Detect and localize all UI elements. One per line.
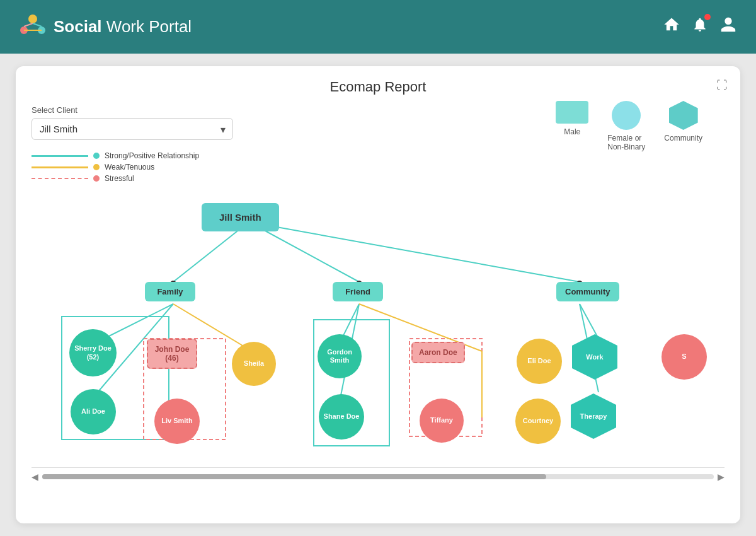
header: Social Work Portal (0, 0, 756, 54)
eli-circle: Eli Doe (517, 339, 562, 384)
ali-circle: Ali Doe (71, 389, 116, 434)
liv-circle: Liv Smith (154, 399, 200, 444)
sherry-node: Sherry Doe(52) (69, 329, 117, 376)
courtney-node: Courtney (515, 399, 561, 444)
sherry-circle: Sherry Doe(52) (69, 329, 117, 376)
notification-badge (704, 14, 711, 20)
stress-label: Stressful (105, 174, 134, 183)
logo-area: Social Work Portal (19, 13, 192, 41)
logo-rest: Work Portal (102, 17, 192, 36)
client-select-wrapper[interactable]: Jill Smith John Doe Jane Smith ▾ (32, 118, 233, 140)
shane-circle: Shane Doe (319, 394, 364, 440)
strong-dot (93, 153, 100, 159)
main-content: Ecomap Report ⛶ Select Client Jill Smith… (0, 54, 756, 536)
sheila-node: Sheila (232, 342, 276, 386)
ecomap-inner: Jill Smith Family Friend (32, 190, 724, 455)
sheila-circle: Sheila (232, 342, 276, 386)
stress-dot (93, 175, 100, 182)
legend-weak: Weak/Tenuous (32, 163, 724, 172)
aaron-node: Aaron Doe (411, 342, 465, 363)
client-select[interactable]: Jill Smith John Doe Jane Smith (32, 118, 233, 140)
center-node: Jill Smith (202, 203, 279, 231)
user-icon[interactable] (719, 16, 737, 38)
community-label: Community (664, 134, 702, 143)
svg-line-3 (24, 23, 33, 26)
therapy-node: Therapy (571, 393, 616, 439)
female-label: Female orNon-Binary (607, 134, 645, 151)
tiffany-node: Tiffany (420, 399, 464, 443)
work-node: Work (572, 334, 617, 380)
card-title: Ecomap Report (32, 79, 724, 95)
gordon-node: GordonSmith (318, 334, 362, 378)
family-rect: Family (145, 282, 195, 301)
aaron-rect: Aaron Doe (411, 342, 465, 363)
ecomap-container[interactable]: Jill Smith Family Friend (32, 190, 724, 468)
strong-label: Strong/Positive Relationship (105, 151, 199, 160)
scroll-right-icon[interactable]: ▶ (718, 472, 724, 482)
logo-icon (19, 13, 47, 41)
friend-node: Friend (333, 282, 383, 301)
logo-text: Social Work Portal (54, 17, 192, 37)
weak-label: Weak/Tenuous (105, 163, 154, 172)
scrollbar-area: ◀ ▶ (32, 472, 724, 482)
home-icon[interactable] (663, 16, 680, 38)
community-rect: Community (556, 282, 619, 301)
svg-line-8 (249, 222, 580, 282)
legend-male: Male (556, 101, 588, 136)
svg-point-0 (28, 15, 37, 23)
legend-community: Community (664, 101, 702, 143)
work-hex: Work (572, 334, 617, 380)
tiffany-circle: Tiffany (420, 399, 464, 443)
male-shape (556, 101, 588, 124)
community-shape (669, 101, 698, 130)
liv-node: Liv Smith (154, 399, 200, 444)
community-node: Community (556, 282, 619, 301)
strong-line (32, 155, 88, 157)
legend-strong: Strong/Positive Relationship (32, 151, 724, 160)
stress-line (32, 178, 88, 179)
gordon-circle: GordonSmith (318, 334, 362, 378)
legend-stress: Stressful (32, 174, 724, 183)
header-icons (663, 16, 737, 38)
extra-circle: S (662, 334, 707, 380)
family-node: Family (145, 282, 195, 301)
scroll-left-icon[interactable]: ◀ (32, 472, 38, 482)
weak-line (32, 166, 88, 168)
eli-node: Eli Doe (517, 339, 562, 384)
expand-icon[interactable]: ⛶ (716, 79, 728, 92)
scrollbar-track[interactable] (42, 474, 714, 479)
svg-line-4 (33, 23, 42, 26)
ecomap-svg (32, 190, 724, 455)
svg-line-23 (580, 304, 598, 339)
friend-rect: Friend (333, 282, 383, 301)
extra-node: S (662, 334, 707, 380)
notification-icon[interactable] (692, 16, 708, 37)
legend-female: Female orNon-Binary (607, 101, 645, 151)
female-shape (612, 101, 641, 130)
legend: Strong/Positive Relationship Weak/Tenuou… (32, 151, 724, 183)
card: Ecomap Report ⛶ Select Client Jill Smith… (16, 66, 740, 523)
weak-dot (93, 164, 100, 170)
shane-node: Shane Doe (319, 394, 364, 440)
logo-bold: Social (54, 17, 102, 36)
john-node: John Doe(46) (147, 339, 197, 369)
ali-node: Ali Doe (71, 389, 116, 434)
courtney-circle: Courtney (515, 399, 561, 444)
john-rect: John Doe(46) (147, 339, 197, 369)
legend-shapes: Male Female orNon-Binary Community (556, 101, 702, 151)
therapy-hex: Therapy (571, 393, 616, 439)
male-label: Male (564, 127, 580, 136)
scrollbar-thumb (42, 474, 546, 479)
center-rect: Jill Smith (202, 203, 279, 231)
